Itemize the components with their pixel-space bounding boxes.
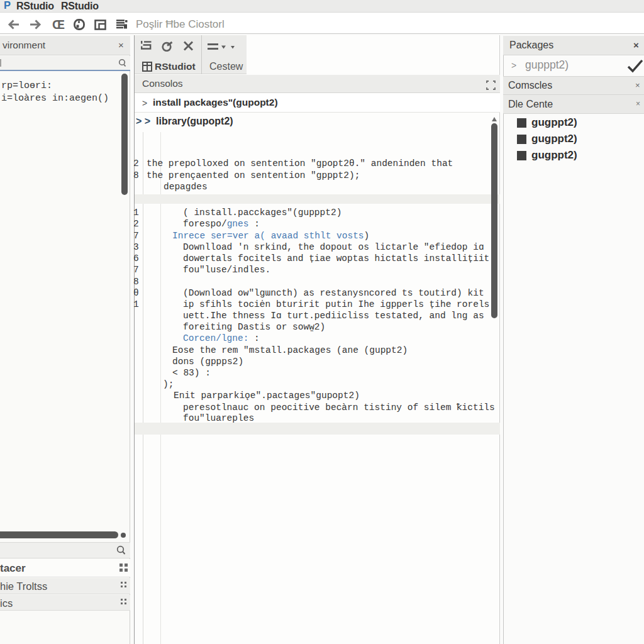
svg-text:Œ: Œ: [52, 18, 65, 31]
